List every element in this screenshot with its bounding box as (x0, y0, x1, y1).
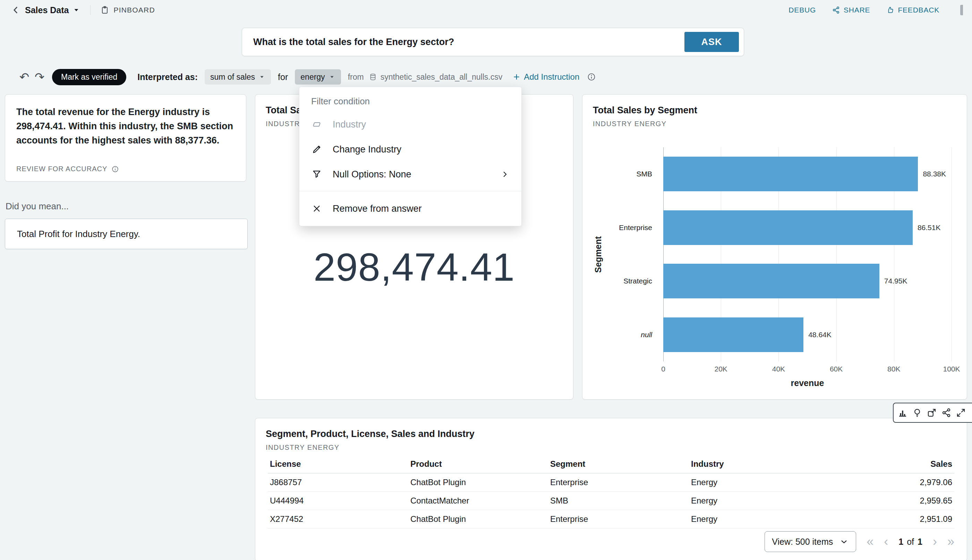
column-header[interactable]: Sales (814, 455, 954, 473)
kebab-menu-icon: ⋮ (970, 407, 972, 419)
menu-item-null-options[interactable]: Null Options: None (299, 162, 521, 187)
plus-icon (512, 72, 521, 82)
total-pages: 1 (918, 537, 922, 547)
data-table: License Product Segment Industry Sales J… (268, 455, 954, 528)
share-icon (941, 408, 952, 418)
feedback-button[interactable]: FEEDBACK (886, 6, 939, 14)
undo-icon[interactable]: ↶ (17, 70, 32, 84)
close-icon (311, 203, 322, 214)
thumbs-up-icon (886, 6, 894, 14)
interpreted-as-label: Interpreted as: (137, 72, 198, 82)
tick-label: 100K (943, 365, 960, 373)
chevron-left-icon (11, 5, 21, 15)
expand-icon (956, 408, 966, 418)
gridline (952, 147, 952, 362)
pinboard-button[interactable]: PINBOARD (100, 5, 155, 15)
divider (90, 5, 90, 15)
more-options-button[interactable]: ⋮ (969, 405, 972, 420)
column-header[interactable]: Segment (548, 455, 689, 473)
cell-industry: Energy (689, 510, 814, 528)
prev-page-icon[interactable]: ‹ (884, 535, 888, 548)
suggestion-label: Total Profit for Industry Energy. (17, 229, 140, 240)
category-label: null (582, 308, 658, 362)
category-axis: SMB Enterprise Strategic null (582, 147, 658, 362)
bar-value: 74.95K (884, 277, 907, 285)
review-label: REVIEW FOR ACCURACY (16, 165, 107, 173)
tick-label: 20K (714, 365, 728, 373)
mark-verified-button[interactable]: Mark as verified (52, 69, 126, 85)
view-items-select[interactable]: View: 500 items (765, 531, 856, 552)
bar-enterprise[interactable] (663, 210, 913, 245)
dataset-title: Sales Data (25, 5, 69, 15)
column-header[interactable]: License (268, 455, 408, 473)
cell-product: ChatBot Plugin (408, 473, 548, 492)
export-button[interactable] (925, 405, 939, 420)
add-instruction-button[interactable]: Add Instruction (512, 72, 579, 82)
menu-item-change-industry[interactable]: Change Industry (299, 137, 521, 162)
chart-title: Total Sales by Segment (593, 105, 956, 116)
menu-item-label: Null Options: None (333, 169, 412, 180)
cell-sales: 2,959.65 (814, 492, 954, 510)
back-button[interactable] (9, 3, 23, 17)
question-bar[interactable]: What is the total sales for the Energy s… (242, 28, 744, 56)
chevron-down-icon (328, 73, 335, 80)
table-title: Segment, Product, License, Sales and Ind… (266, 429, 956, 439)
cell-sales: 2,979.06 (814, 473, 954, 492)
first-page-icon[interactable]: « (867, 535, 873, 548)
review-for-accuracy[interactable]: REVIEW FOR ACCURACY (16, 165, 119, 173)
share-label: SHARE (844, 6, 870, 14)
bar-null[interactable] (663, 317, 803, 352)
chart-type-button[interactable] (896, 405, 910, 420)
plot-area: 88.38K 86.51K 74.95K 48.64K (663, 147, 952, 362)
menu-header: Filter condition (299, 90, 521, 112)
info-icon[interactable] (587, 72, 596, 82)
lightbulb-icon (912, 408, 922, 418)
filter-condition-menu: Filter condition Industry Change Industr… (299, 87, 522, 226)
ask-button[interactable]: ASK (684, 32, 739, 52)
pinboard-label: PINBOARD (114, 6, 155, 14)
feedback-label: FEEDBACK (898, 6, 939, 14)
funnel-icon (311, 169, 322, 180)
filter-pill[interactable]: energy (295, 69, 341, 85)
bar-strategic[interactable] (663, 264, 879, 298)
last-page-icon[interactable]: » (947, 535, 954, 548)
cell-product: ChatBot Plugin (408, 510, 548, 528)
cell-segment: SMB (548, 492, 689, 510)
column-header[interactable]: Industry (689, 455, 814, 473)
share-button[interactable]: SHARE (832, 6, 870, 14)
filter-pill-label: energy (300, 72, 325, 82)
page-status: 1 of 1 (898, 537, 922, 547)
redo-icon[interactable]: ↷ (32, 70, 47, 84)
cell-license: X277452 (268, 510, 408, 528)
insights-button[interactable] (910, 405, 924, 420)
cell-industry: Energy (689, 492, 814, 510)
dataset-switcher[interactable]: Sales Data (25, 5, 80, 15)
bar-row: 88.38K (663, 147, 952, 201)
chevron-down-icon (258, 73, 265, 80)
bar-smb[interactable] (663, 157, 918, 191)
bar-row: 48.64K (663, 308, 952, 362)
pencil-icon (311, 144, 322, 155)
from-word: from (348, 72, 364, 82)
column-header[interactable]: Product (408, 455, 548, 473)
debug-button[interactable]: DEBUG (788, 6, 816, 14)
truncated-icon (960, 5, 963, 15)
tick-label: 60K (830, 365, 843, 373)
share-visual-button[interactable] (939, 405, 953, 420)
menu-item-label: Change Industry (333, 144, 402, 155)
bar-chart-icon (897, 408, 908, 418)
question-input[interactable]: What is the total sales for the Energy s… (253, 37, 684, 47)
metric-pill[interactable]: sum of sales (205, 69, 271, 85)
table-header-row: License Product Segment Industry Sales (268, 455, 954, 473)
for-word: for (278, 72, 288, 82)
bar-chart-card: Total Sales by Segment INDUSTRY ENERGY S… (582, 94, 967, 400)
suggestion-item[interactable]: Total Profit for Industry Energy. (5, 219, 248, 249)
expand-button[interactable] (954, 405, 968, 420)
cell-product: ContactMatcher (408, 492, 548, 510)
next-page-icon[interactable]: › (933, 535, 937, 548)
menu-item-remove[interactable]: Remove from answer (299, 195, 521, 222)
bar-row: 74.95K (663, 254, 952, 308)
share-icon (832, 6, 840, 14)
kpi-value: 298,474.41 (255, 244, 573, 290)
cell-sales: 2,951.09 (814, 510, 954, 528)
